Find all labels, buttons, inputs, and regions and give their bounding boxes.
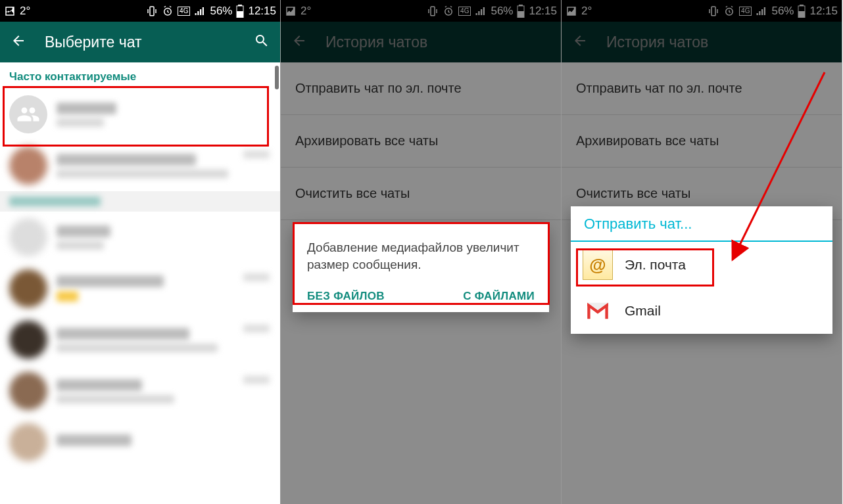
chat-name-blurred [57,154,196,166]
at-icon: @ [589,255,606,275]
email-app-icon: @ [583,250,613,280]
chat-name-blurred [57,275,164,287]
app-chooser: Отправить чат... @ Эл. почта Gmail [571,206,832,334]
avatar-blurred [9,147,47,185]
chat-sub-blurred [57,241,104,250]
avatar-blurred [9,321,47,359]
image-icon [4,5,16,17]
group-avatar [9,95,47,133]
avatar-blurred [9,372,47,410]
chat-row[interactable] [0,212,280,263]
chat-name-blurred [57,225,110,237]
signal-icon [194,5,206,17]
screen-chat-history-chooser: 2° 4G 56% 12:15 История чатов От [562,0,842,504]
dialog-message: Добавление медиафайлов увеличит размер с… [307,239,535,273]
chat-row[interactable] [0,140,280,191]
svg-rect-6 [237,11,243,18]
battery-icon [236,5,244,18]
chat-row[interactable] [0,365,280,417]
svg-rect-0 [150,7,154,16]
page-title: Выберите чат [45,34,254,51]
chat-time-blurred [243,376,270,384]
status-temp: 2° [20,5,30,18]
status-battery-pct: 56% [210,5,232,18]
network-4g-icon: 4G [178,7,190,16]
screen-select-chat: 2° 4G 56% 12:15 Выберите чат [0,0,281,504]
avatar-blurred [9,218,47,256]
chat-sub-blurred [57,395,174,403]
section-header-blurred [0,191,280,212]
app-bar: Выберите чат [0,22,280,62]
chat-row[interactable] [0,263,280,314]
media-dialog: Добавление медиафайлов увеличит размер с… [293,223,549,312]
screen-chat-history-dialog: 2° 4G 56% 12:15 История чатов От [281,0,562,504]
chooser-email[interactable]: @ Эл. почта [571,242,832,288]
gmail-app-icon [583,296,613,326]
chat-sub-blurred [57,291,78,302]
vibrate-icon [146,5,158,17]
chat-name-blurred [57,379,142,391]
chat-time-blurred [243,325,270,332]
chat-row[interactable] [0,417,280,468]
chat-row-first[interactable] [0,89,280,140]
section-frequent: Часто контактируемые [0,62,280,89]
avatar-blurred [9,269,47,308]
chat-sub-blurred [57,170,228,178]
avatar-blurred [9,423,47,461]
status-time: 12:15 [248,5,276,18]
chat-sub-blurred [57,344,218,352]
back-icon[interactable] [11,33,26,51]
chat-time-blurred [243,150,270,158]
status-bar: 2° 4G 56% 12:15 [0,0,280,22]
scrollbar[interactable] [275,66,279,89]
chat-time-blurred [243,273,270,281]
chat-name-blurred [57,328,189,340]
chat-sub-blurred [57,118,104,127]
chooser-gmail-label: Gmail [625,303,661,319]
no-files-button[interactable]: БЕЗ ФАЙЛОВ [307,290,385,303]
chat-row[interactable] [0,314,280,365]
with-files-button[interactable]: С ФАЙЛАМИ [463,290,535,303]
search-icon[interactable] [254,33,270,51]
chat-name-blurred [57,434,132,446]
chooser-title: Отправить чат... [571,206,832,242]
chooser-gmail[interactable]: Gmail [571,288,832,334]
chat-name-blurred [57,103,116,114]
alarm-icon [162,5,174,17]
chooser-email-label: Эл. почта [625,257,686,273]
